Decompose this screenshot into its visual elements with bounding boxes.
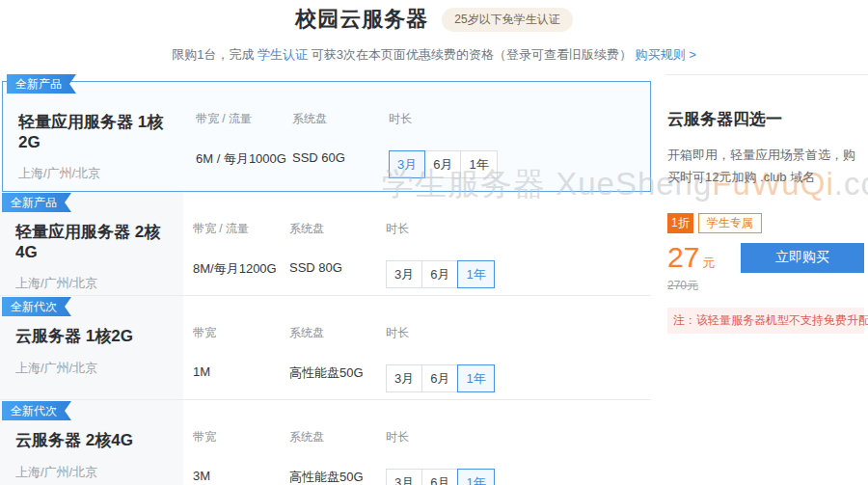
duration-1y-button[interactable]: 1年: [457, 364, 494, 392]
disk-cell: 系统盘 高性能盘50G: [289, 296, 376, 399]
duration-group: 3月 6月 1年: [386, 469, 495, 485]
duration-6m-button[interactable]: 6月: [421, 364, 458, 392]
disk-cell: 系统盘 SSD 80G: [289, 192, 376, 295]
duration-group: 3月 6月 1年: [386, 364, 495, 392]
duration-1y-button[interactable]: 1年: [457, 469, 494, 485]
page-title: 校园云服务器: [295, 5, 428, 34]
price-value: 27: [667, 241, 699, 273]
duration-1y-button[interactable]: 1年: [457, 260, 494, 288]
bandwidth-label: 带宽: [193, 325, 280, 341]
duration-6m-button[interactable]: 6月: [421, 469, 458, 485]
disk-value: SSD 80G: [289, 260, 376, 275]
duration-1y-button[interactable]: 1年: [460, 150, 497, 178]
product-name: 云服务器 2核4G: [15, 429, 174, 451]
bandwidth-cell: 带宽 / 流量 8M/每月1200G: [193, 192, 280, 295]
product-row-lighthouse-2c4g[interactable]: 全新产品 轻量应用服务器 2核4G 上海/广州/北京 带宽 / 流量 8M/每月…: [0, 192, 651, 296]
new-generation-ribbon: 全新代次: [2, 297, 71, 316]
purchase-rules-link[interactable]: 购买规则 >: [636, 47, 696, 62]
new-product-ribbon: 全新产品: [7, 74, 76, 94]
product-list: 全新产品 轻量应用服务器 1核2G 上海/广州/北京 带宽 / 流量 6M / …: [0, 74, 651, 485]
duration-label: 时长: [389, 111, 498, 127]
product-name: 轻量应用服务器 2核4G: [15, 221, 174, 262]
bandwidth-value: 6M / 每月1000G: [196, 150, 283, 168]
buy-now-button[interactable]: 立即购买: [741, 243, 864, 273]
duration-6m-button[interactable]: 6月: [424, 150, 461, 178]
product-name-cell: 轻量应用服务器 1核2G 上海/广州/北京: [3, 82, 186, 191]
product-row-lighthouse-1c2g[interactable]: 全新产品 轻量应用服务器 1核2G 上海/广州/北京 带宽 / 流量 6M / …: [2, 81, 651, 192]
bandwidth-value: 1M: [193, 364, 280, 379]
disk-label: 系统盘: [292, 111, 379, 127]
price-block: 27元 270元: [667, 241, 715, 294]
notice-text: 限购1台，完成: [172, 47, 258, 62]
bandwidth-value: 3M: [193, 469, 280, 483]
product-name: 轻量应用服务器 1核2G: [18, 111, 176, 152]
new-product-ribbon: 全新产品: [2, 193, 71, 212]
duration-cell: 时长 3月 6月 1年: [389, 82, 498, 191]
product-regions: 上海/广州/北京: [15, 464, 174, 481]
duration-group: 3月 6月 1年: [389, 150, 498, 178]
bandwidth-cell: 带宽 1M: [193, 296, 280, 399]
purchase-notice: 限购1台，完成 学生认证 可获3次在本页面优惠续费的资格（登录可查看旧版续费） …: [0, 46, 868, 64]
sidebar-title: 云服务器四选一: [667, 108, 864, 130]
duration-label: 时长: [386, 429, 495, 445]
student-exclusive-badge: 学生专属: [698, 213, 762, 233]
duration-cell: 时长 3月 6月 1年: [386, 296, 495, 399]
disk-cell: 系统盘 高性能盘50G: [289, 400, 376, 485]
student-verify-link[interactable]: 学生认证: [258, 47, 308, 62]
purchase-sidebar: 云服务器四选一 开箱即用，轻量应用场景首选，购买时可12元加购 .club 域名…: [665, 74, 868, 334]
duration-group: 3月 6月 1年: [386, 260, 495, 288]
disk-label: 系统盘: [289, 325, 376, 341]
duration-cell: 时长 3月 6月 1年: [386, 192, 495, 295]
product-name: 云服务器 1核2G: [15, 325, 174, 347]
notice-text: 可获3次在本页面优惠续费的资格（登录可查看旧版续费）: [308, 47, 635, 62]
product-regions: 上海/广州/北京: [18, 165, 176, 182]
product-regions: 上海/广州/北京: [15, 360, 174, 377]
page-header: 校园云服务器 25岁以下免学生认证 限购1台，完成 学生认证 可获3次在本页面优…: [0, 0, 868, 64]
upgrade-note: 注：该轻量服务器机型不支持免费升配: [667, 308, 864, 334]
disk-label: 系统盘: [289, 429, 376, 445]
disk-value: SSD 60G: [292, 150, 379, 165]
bandwidth-label: 带宽 / 流量: [196, 111, 283, 127]
bandwidth-label: 带宽 / 流量: [193, 221, 280, 237]
bandwidth-cell: 带宽 3M: [193, 400, 280, 485]
original-price: 270元: [667, 278, 715, 294]
duration-3m-button[interactable]: 3月: [386, 469, 422, 485]
new-generation-ribbon: 全新代次: [2, 401, 71, 420]
sidebar-description: 开箱即用，轻量应用场景首选，购买时可12元加购 .club 域名: [667, 145, 864, 189]
disk-value: 高性能盘50G: [289, 469, 376, 485]
product-row-cvm-2c4g[interactable]: 全新代次 云服务器 2核4G 上海/广州/北京 带宽 3M 系统盘 高性能盘50…: [0, 400, 651, 485]
duration-3m-button[interactable]: 3月: [386, 364, 422, 392]
product-row-cvm-1c2g[interactable]: 全新代次 云服务器 1核2G 上海/广州/北京 带宽 1M 系统盘 高性能盘50…: [0, 296, 651, 400]
duration-label: 时长: [386, 325, 495, 341]
disk-cell: 系统盘 SSD 60G: [292, 82, 379, 191]
duration-label: 时长: [386, 221, 495, 237]
disk-label: 系统盘: [289, 221, 376, 237]
duration-3m-button[interactable]: 3月: [386, 260, 422, 288]
price-unit: 元: [702, 256, 715, 270]
duration-6m-button[interactable]: 6月: [421, 260, 458, 288]
product-regions: 上海/广州/北京: [15, 275, 174, 292]
page: 校园云服务器 25岁以下免学生认证 限购1台，完成 学生认证 可获3次在本页面优…: [0, 0, 868, 485]
bandwidth-label: 带宽: [193, 429, 280, 445]
discount-badge: 1折: [667, 213, 693, 233]
bandwidth-value: 8M/每月1200G: [193, 260, 280, 278]
duration-3m-button[interactable]: 3月: [389, 150, 425, 178]
bandwidth-cell: 带宽 / 流量 6M / 每月1000G: [196, 82, 283, 191]
disk-value: 高性能盘50G: [289, 364, 376, 382]
duration-cell: 时长 3月 6月 1年: [386, 400, 495, 485]
age-exemption-badge: 25岁以下免学生认证: [442, 8, 572, 32]
